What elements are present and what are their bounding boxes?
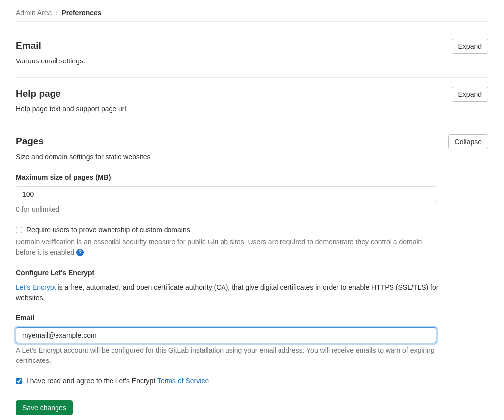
require-ownership-help: Domain verification is an essential secu… [16,237,422,258]
question-circle-icon[interactable]: ? [76,249,84,256]
lets-encrypt-heading: Configure Let's Encrypt [16,268,488,278]
section-help-desc: Help page text and support page url. [16,104,128,114]
breadcrumb: Admin Area › Preferences [16,5,488,22]
expand-email-button[interactable]: Expand [452,39,488,54]
section-help-title: Help page [16,87,128,101]
section-pages-desc: Size and domain settings for static webs… [16,152,151,162]
section-pages: Pages Size and domain settings for stati… [16,125,488,420]
section-help: Help page Help page text and support pag… [16,78,488,126]
le-email-help: A Let's Encrypt account will be configur… [16,345,436,366]
max-size-input[interactable] [16,186,436,202]
collapse-pages-button[interactable]: Collapse [448,134,488,149]
breadcrumb-root[interactable]: Admin Area [16,8,52,18]
chevron-right-icon: › [56,9,57,18]
tos-label: I have read and agree to the Let's Encry… [26,376,209,386]
breadcrumb-current: Preferences [61,8,101,18]
require-ownership-checkbox[interactable] [16,227,22,233]
save-changes-button[interactable]: Save changes [16,400,73,415]
lets-encrypt-link[interactable]: Let's Encrypt [16,283,56,291]
max-size-help: 0 for unlimited [16,204,436,215]
expand-help-button[interactable]: Expand [452,87,488,102]
section-email-title: Email [16,39,85,53]
section-email-desc: Various email settings. [16,56,85,66]
tos-link[interactable]: Terms of Service [157,377,209,385]
max-size-label: Maximum size of pages (MB) [16,172,488,182]
le-email-label: Email [16,313,488,323]
le-email-input[interactable] [16,327,436,343]
tos-checkbox[interactable] [16,378,22,384]
lets-encrypt-desc: Let's Encrypt is a free, automated, and … [16,282,447,303]
section-email: Email Various email settings. Expand [16,30,488,78]
section-pages-title: Pages [16,134,151,149]
require-ownership-label: Require users to prove ownership of cust… [26,225,190,235]
